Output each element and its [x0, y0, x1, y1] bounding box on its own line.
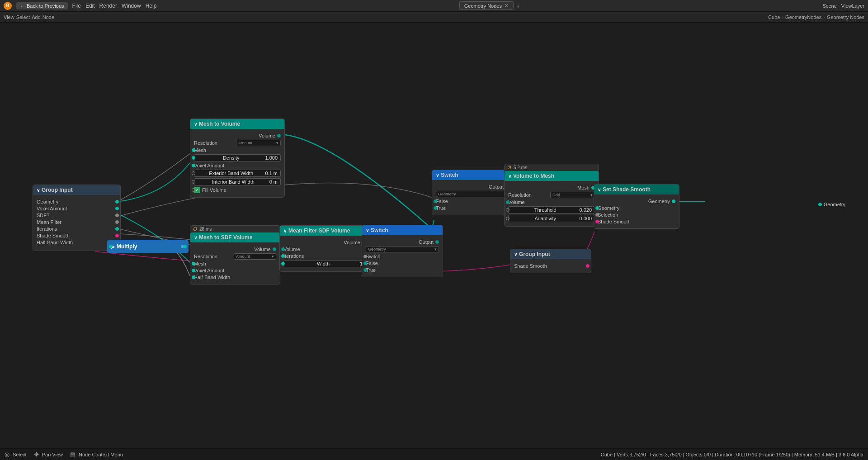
sss-selection-socket [595, 213, 599, 217]
gi2-shade-smooth-socket [586, 264, 590, 268]
status-node-context[interactable]: ▤ Node Context Menu [70, 451, 123, 458]
multiply-out-socket [183, 245, 187, 248]
top-bar-center: Geometry Nodes ✕ + [162, 1, 817, 10]
toolbar-select[interactable]: Select [16, 14, 30, 20]
mtsdf-halfband-row: Half-Band Width [194, 275, 276, 280]
mtsdf-volume-out-row: Volume [194, 247, 276, 252]
mtv-density-value[interactable]: Density 1.000 [194, 154, 281, 161]
vtm-resolution-dropdown[interactable]: Grid ▾ [550, 192, 595, 198]
sss-geometry-in-socket [595, 206, 599, 210]
mtsdf-voxel-row: Voxel Amount [194, 268, 276, 273]
mesh-to-sdf-header[interactable]: ∨ Mesh to SDF Volume [190, 232, 280, 242]
group-input-header[interactable]: ∨ Group Input [33, 185, 120, 195]
mfsdf-width-row: Width 1 [283, 260, 366, 267]
mtv-resolution-row: Resolution Amount ▾ [194, 140, 281, 146]
mtsdf-mesh-row: Mesh [194, 261, 276, 266]
vtm-volume-socket [506, 200, 509, 204]
output-socket [818, 203, 822, 206]
multiply-in-socket [109, 245, 113, 248]
vtm-adaptivity-value[interactable]: Adaptivity 0.000 [508, 215, 595, 222]
mtv-mesh-row: Mesh [194, 147, 281, 153]
multiply-node: ▶ Multiply [107, 240, 189, 253]
sw2-false-socket [363, 261, 367, 265]
mtv-volume-out-row: Volume [194, 133, 281, 138]
mean-filter-sdf-title: Mean Filter SDF Volume [288, 228, 350, 234]
toolbar-view[interactable]: View [4, 14, 14, 20]
status-select[interactable]: ◎ Select [5, 451, 27, 458]
breadcrumb-geo-nodes-obj[interactable]: GeometryNodes [785, 14, 821, 20]
gi-voxel-socket [115, 207, 119, 210]
vtm-volume-row: Volume [508, 199, 595, 205]
set-shade-smooth-title: Set Shade Smooth [603, 186, 651, 193]
gi-iterations-row: Iterations [37, 226, 117, 232]
mfsdf-width-socket [281, 262, 285, 266]
blender-logo: B [4, 2, 12, 10]
menu-file[interactable]: File [72, 3, 81, 9]
sss-selection-row: Selection [598, 212, 675, 218]
sw2-output-socket [435, 240, 439, 244]
gi-shadesmooth-socket [115, 234, 119, 237]
menu-window[interactable]: Window [122, 3, 141, 9]
status-stats: Cube | Verts:3,752/0 | Faces:3,750/0 | O… [601, 452, 863, 457]
mtv-voxel-socket [192, 164, 195, 167]
sw1-geometry-dropdown[interactable]: Geometry ▾ [436, 191, 509, 197]
toolbar-node[interactable]: Node [42, 14, 54, 20]
mtv-resolution-dropdown[interactable]: Amount ▾ [236, 140, 281, 146]
gi-geometry-row: Geometry [37, 199, 117, 204]
toolbar-add[interactable]: Add [32, 14, 41, 20]
menu-render[interactable]: Render [99, 3, 117, 9]
vtm-adaptivity-socket [506, 217, 509, 220]
sw1-true-socket [434, 206, 437, 210]
mtsdf-resolution-dropdown[interactable]: Amount ▾ [234, 253, 276, 260]
gi-sdf-row: SDF? [37, 213, 117, 218]
group-input2-header[interactable]: ∨ Group Input [510, 249, 591, 259]
breadcrumb-cube[interactable]: Cube [768, 14, 780, 20]
mfsdf-width-value[interactable]: Width 1 [283, 260, 366, 267]
sw2-geometry-dropdown[interactable]: Geometry ▾ [366, 246, 439, 252]
mtv-exterior-value[interactable]: Exterior Band Width 0.1 m [194, 170, 281, 177]
vtm-threshold-value[interactable]: Threshold 0.020 [508, 206, 595, 213]
gi-voxel-row: Voxel Amount [37, 206, 117, 211]
scene-label: Scene [823, 3, 837, 9]
gi2-shade-smooth-row: Shade Smooth [514, 263, 587, 269]
switch2-header[interactable]: ∨ Switch [362, 225, 443, 235]
set-shade-smooth-node: ∨ Set Shade Smooth Geometry Geometry Sel… [594, 184, 679, 229]
mtsdf-halfband-socket [192, 275, 195, 279]
sss-shade-smooth-row: Shade Smooth [598, 219, 675, 224]
sw1-false-row: False [436, 199, 509, 204]
mesh-to-volume-header[interactable]: ∨ Mesh to Volume [190, 119, 284, 129]
gi-geometry-socket [115, 200, 119, 204]
volume-to-mesh-header[interactable]: ∨ Volume to Mesh [505, 171, 599, 181]
sss-geometry-out-row: Geometry [598, 199, 675, 204]
sw2-true-row: True [366, 267, 439, 273]
sw2-switch-socket [363, 255, 367, 258]
mtsdf-volume-out-socket [273, 247, 276, 251]
vtm-threshold-socket [506, 208, 509, 212]
mtsdf-mesh-socket [192, 262, 195, 266]
menu-help[interactable]: Help [146, 3, 157, 9]
gi-meanfilter-row: Mean Filter [37, 219, 117, 225]
status-bar: ◎ Select ✥ Pan View ▤ Node Context Menu … [0, 448, 868, 460]
new-tab-button[interactable]: + [516, 2, 520, 9]
vtm-adaptivity-row: Adaptivity 0.000 [508, 215, 595, 222]
gi-shadesmooth-row: Shade Smooth [37, 233, 117, 238]
status-pan-view[interactable]: ✥ Pan View [34, 451, 63, 458]
mtv-density-socket [192, 156, 195, 160]
menu-edit[interactable]: Edit [85, 3, 95, 9]
menu-bar: File Edit Render Window Help [72, 3, 157, 9]
back-button[interactable]: ← Back to Previous [16, 2, 68, 9]
mfsdf-volume-in-socket [281, 247, 285, 251]
mean-filter-sdf-header[interactable]: ∨ Mean Filter SDF Volume [280, 226, 369, 236]
breadcrumb-geo-nodes[interactable]: Geometry Nodes [827, 14, 864, 20]
sw2-false-row: False [366, 261, 439, 266]
mtsdf-voxel-socket [192, 269, 195, 272]
mtv-voxel-row: Voxel Amount [194, 163, 281, 168]
set-shade-smooth-header[interactable]: ∨ Set Shade Smooth [594, 185, 679, 194]
mfsdf-volume-in-row: Volume [283, 247, 366, 252]
sw2-true-socket [363, 268, 367, 272]
geo-nodes-tab[interactable]: Geometry Nodes ✕ [459, 1, 514, 10]
mtv-interior-value[interactable]: Interior Band Width 0 m [194, 178, 281, 185]
switch1-header[interactable]: ∨ Switch [432, 170, 513, 180]
geo-nodes-label: Geometry Nodes [464, 3, 502, 9]
gi-meanfilter-socket [115, 220, 119, 224]
